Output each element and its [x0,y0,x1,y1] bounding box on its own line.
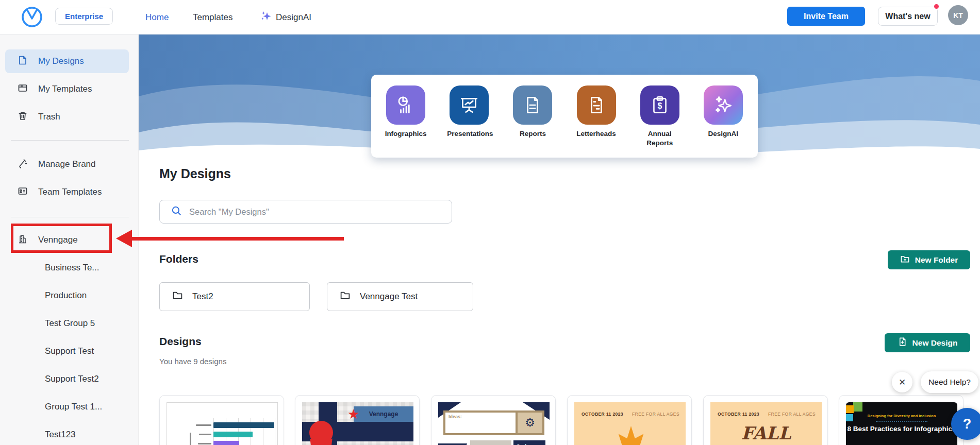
sidebar-subfolder-test123[interactable]: Test123 [45,430,76,440]
folder-card-test2[interactable]: Test2 [159,282,310,311]
goals-box: Goals: [513,440,545,445]
design-thumbnail-slide[interactable]: Designing for Diversity and Inclusion 8 … [839,395,964,445]
create-option-label: Infographics [385,129,427,139]
need-help-button[interactable]: Need Help? [921,371,978,393]
search-box [159,200,452,224]
sidebar-subfolder-production[interactable]: Production [45,290,87,301]
star-icon: ★ [347,407,359,421]
sidebar-item-trash[interactable]: Trash [5,105,129,129]
sidebar-subfolder-support-test2[interactable]: Support Test2 [45,374,99,384]
bar-chart-preview [167,402,278,445]
folder-name: Test2 [192,292,213,302]
presentations-icon [450,85,489,125]
sidebar-divider [11,140,129,141]
create-option-letterheads[interactable]: Letterheads [568,85,625,139]
sidebar-item-label: My Templates [38,84,92,94]
trash-icon [18,111,28,124]
create-option-infographics[interactable]: Infographics [377,85,435,139]
building-icon [18,234,28,247]
create-option-label: Presentations [447,129,491,139]
design-thumbnail-ideas-worksheet[interactable]: Ideas: ⚙ Click to “ Goals: [431,395,556,445]
nav-home[interactable]: Home [145,0,169,35]
nav-designai[interactable]: DesignAI [260,0,311,35]
poster-date: OCTOBER 11 2023 [718,412,759,417]
nav-templates-label: Templates [193,12,232,23]
maple-leaf [611,426,651,445]
poster-subtitle: FREE FOR ALL AGES [768,412,816,417]
nav-templates[interactable]: Templates [193,0,232,35]
sidebar-item-my-templates[interactable]: My Templates [5,77,129,101]
folders-title: Folders [159,253,198,265]
new-design-label: New Design [912,338,958,348]
poster-subtitle: FREE FOR ALL AGES [632,412,679,417]
photo-block: “ [470,440,511,445]
sidebar-item-venngage-workspace[interactable]: Venngage [5,228,129,252]
poster-date: OCTOBER 11 2023 [582,412,623,417]
worksheet-preview: Ideas: ⚙ Click to “ Goals: [438,402,550,445]
create-options-card: Infographics Presentations Reports [371,75,758,158]
design-thumbnail-bar-chart[interactable] [159,395,284,445]
venngage-logo-icon[interactable] [21,6,43,28]
reports-icon [513,85,552,125]
dotted-divider [876,421,927,422]
sidebar-subfolder-test-group-5[interactable]: Test Group 5 [45,318,95,329]
rosette [309,421,333,444]
folder-card-venngage-test[interactable]: Venngage Test [327,282,473,311]
sidebar-item-manage-brand[interactable]: Manage Brand [5,152,129,176]
create-option-designai[interactable]: DesignAI [694,85,752,139]
corner-square [846,405,854,413]
poster-title: FALL [710,423,822,443]
nav-designai-label: DesignAI [276,12,311,23]
brand-wand-icon [18,158,28,171]
ideas-label: Ideas: [449,414,462,419]
design-thumbnail-fall-poster-1[interactable]: OCTOBER 11 2023 FREE FOR ALL AGES [567,395,692,445]
letterheads-icon [577,85,616,125]
fall-poster-preview: OCTOBER 11 2023 FREE FOR ALL AGES FALL F… [710,402,822,445]
sidebar-subfolder-group-test-1[interactable]: Group Test 1... [45,402,102,412]
sidebar-item-my-designs[interactable]: My Designs [5,49,129,73]
slide-preview: Designing for Diversity and Inclusion 8 … [846,402,957,445]
sidebar-subfolder-support-test[interactable]: Support Test [45,346,94,356]
new-design-button[interactable]: New Design [885,333,970,352]
sparkles-icon [260,10,272,24]
search-input[interactable] [189,207,416,217]
slide-kicker: Designing for Diversity and Inclusion [846,414,957,418]
sidebar-subfolder-business-te[interactable]: Business Te... [45,263,99,273]
sidebar-item-label: Trash [38,112,60,122]
invite-team-button[interactable]: Invite Team [787,7,865,26]
main-content: My Designs Folders New Folder [139,160,980,445]
sidebar-item-label: Venngage [38,235,78,245]
create-option-annual-reports[interactable]: $ Annual Reports [631,85,689,147]
ideas-box: Ideas: ⚙ [443,410,544,435]
fall-poster-preview: OCTOBER 11 2023 FREE FOR ALL AGES [574,402,686,445]
venngage-home-page: Enterprise Home Templates DesignAI Invit… [0,0,980,445]
svg-text:$: $ [657,101,662,110]
help-question-button[interactable]: ? [951,408,980,440]
sidebar-item-label: Team Templates [38,187,102,197]
user-avatar[interactable]: KT [948,5,968,25]
create-option-reports[interactable]: Reports [504,85,561,139]
document-icon [18,55,28,68]
search-icon [171,206,182,218]
corner-square [853,402,862,412]
designai-icon [704,85,743,125]
notification-dot [933,3,940,10]
sidebar-item-team-templates[interactable]: Team Templates [5,180,129,204]
nav-home-label: Home [145,12,169,23]
help-close-button[interactable]: ✕ [892,372,912,392]
create-option-label: Letterheads [576,129,616,139]
create-option-label: Reports [520,129,546,139]
whats-new-button[interactable]: What's new [878,7,938,26]
folder-name: Venngage Test [360,292,418,302]
annual-reports-icon: $ [640,85,679,125]
new-folder-label: New Folder [915,255,958,265]
create-option-presentations[interactable]: Presentations [440,85,498,139]
infographics-icon [386,85,425,125]
sidebar-item-label: Manage Brand [38,159,96,169]
file-plus-icon [898,337,907,349]
templates-icon [18,83,28,96]
design-thumbnail-fall-poster-2[interactable]: OCTOBER 11 2023 FREE FOR ALL AGES FALL F… [703,395,828,445]
top-bar: Enterprise Home Templates DesignAI Invit… [0,0,980,35]
design-thumbnail-birthday-card[interactable]: Venngage ★ HAPPY BIRTHDAY! [295,395,420,445]
new-folder-button[interactable]: New Folder [888,250,970,269]
